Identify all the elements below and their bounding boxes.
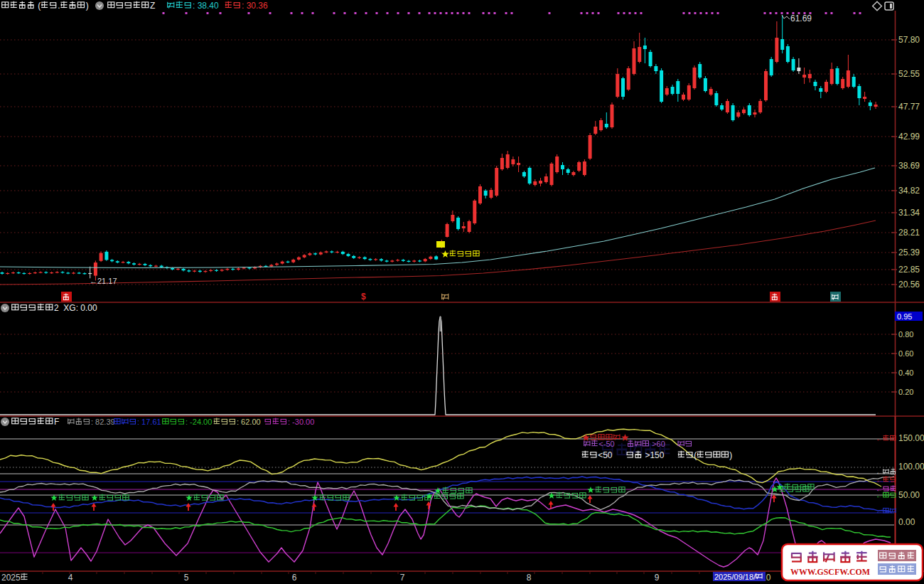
svg-text:61.69: 61.69: [790, 14, 812, 23]
svg-text:: 62.00: : 62.00: [237, 418, 261, 426]
svg-text:50.00: 50.00: [898, 490, 920, 500]
svg-text:0.00: 0.00: [898, 517, 915, 527]
svg-text:>60: >60: [650, 440, 665, 448]
svg-text:31.34: 31.34: [898, 208, 920, 218]
svg-text:←: ←: [876, 476, 883, 484]
svg-text:←: ←: [876, 507, 883, 515]
svg-text:: -24.00: : -24.00: [186, 418, 212, 426]
svg-text:52.55: 52.55: [898, 69, 920, 79]
svg-text:0.40: 0.40: [898, 368, 913, 377]
svg-text:2025: 2025: [1, 573, 21, 583]
svg-text:150.00: 150.00: [898, 433, 924, 443]
svg-text:28.21: 28.21: [898, 228, 920, 238]
svg-text:5: 5: [184, 573, 189, 583]
svg-text:8: 8: [527, 573, 532, 583]
svg-text:0.60: 0.60: [898, 349, 913, 358]
svg-text:: 17.61: : 17.61: [137, 418, 161, 426]
svg-text:2 XG: 0.00: 2 XG: 0.00: [54, 303, 97, 313]
svg-text:<-50: <-50: [598, 440, 614, 448]
svg-text:: -30.00: : -30.00: [288, 418, 314, 426]
svg-text:←: ←: [876, 492, 883, 499]
svg-text:$: $: [361, 292, 366, 302]
svg-text:Z: Z: [150, 1, 155, 11]
svg-text:22.85: 22.85: [898, 265, 920, 275]
svg-text:42.99: 42.99: [898, 132, 920, 142]
svg-text:←: ←: [876, 435, 883, 442]
svg-text:34.82: 34.82: [898, 186, 920, 196]
svg-text:47.77: 47.77: [898, 102, 920, 112]
svg-text:25.39: 25.39: [898, 248, 920, 258]
svg-text:>150: >150: [643, 450, 665, 460]
svg-text:100.00: 100.00: [898, 462, 924, 472]
svg-text:: 30.36: : 30.36: [242, 1, 268, 11]
svg-text:0.80: 0.80: [898, 330, 913, 339]
svg-text:0.95: 0.95: [897, 312, 912, 321]
svg-text:WWW.GSCFW.COM: WWW.GSCFW.COM: [790, 567, 870, 577]
svg-text:0.20: 0.20: [898, 388, 913, 396]
svg-text:4: 4: [68, 573, 73, 583]
svg-text:7: 7: [400, 573, 405, 583]
svg-text:: 38.40: : 38.40: [193, 1, 219, 11]
svg-text:.: .: [58, 1, 60, 11]
svg-text:2025/09/18/: 2025/09/18/: [714, 573, 756, 581]
svg-text:←: ←: [876, 468, 883, 476]
svg-text:F: F: [54, 417, 59, 427]
svg-text:20.56: 20.56: [898, 280, 920, 290]
svg-text:): ): [729, 450, 732, 460]
svg-text:<50: <50: [598, 450, 613, 460]
svg-text:): ): [86, 1, 89, 11]
svg-text:38.69: 38.69: [898, 161, 920, 171]
svg-text:(: (: [36, 1, 41, 11]
svg-text:57.80: 57.80: [898, 35, 920, 45]
svg-text:9: 9: [655, 573, 660, 583]
svg-text:(: (: [694, 450, 697, 460]
svg-text:: 82.39: : 82.39: [91, 418, 115, 426]
svg-text:←21.17: ←21.17: [90, 277, 117, 285]
svg-text:6: 6: [292, 573, 297, 583]
